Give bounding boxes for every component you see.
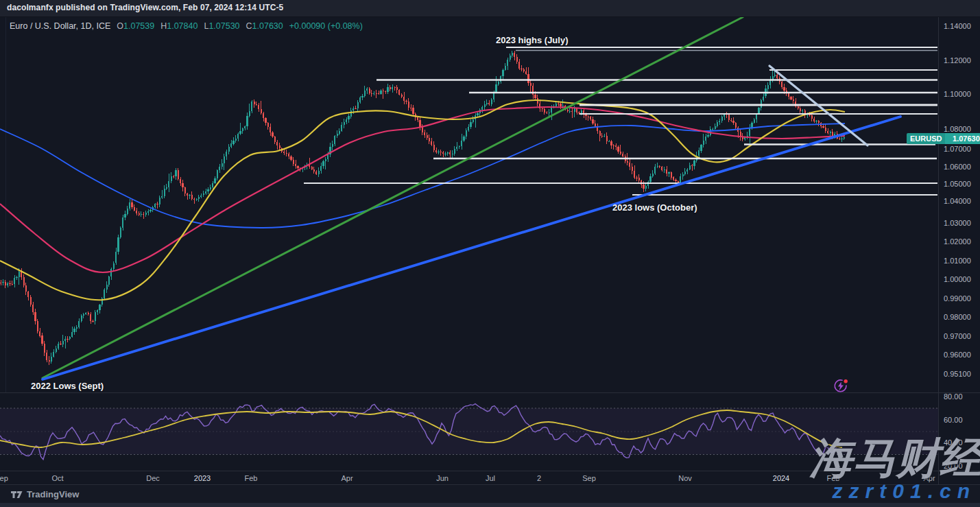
last-price-value: 1.07630 <box>945 133 980 144</box>
price-scale-label: 1.03000 <box>944 219 971 227</box>
price-scale-label: 1.02000 <box>944 237 971 246</box>
price-scale-label: 1.10000 <box>944 90 971 98</box>
time-axis-label: 2 <box>537 474 541 482</box>
price-scale-label: 0.97000 <box>944 332 971 340</box>
close-value: 1.07630 <box>252 21 283 31</box>
rsi-scale-label: 80.00 <box>944 392 963 401</box>
price-scale-label: 1.08000 <box>944 125 971 133</box>
annotation-2022-lows: 2022 Lows (Sept) <box>31 381 104 391</box>
time-axis-label: Jul <box>486 474 495 482</box>
watermark-cn: 海马财经 <box>810 429 980 487</box>
time-axis-label: Feb <box>245 474 258 482</box>
price-scale-label: 0.98000 <box>944 313 971 321</box>
time-axis-label: Jun <box>436 474 449 482</box>
open-label: O <box>117 21 123 31</box>
time-axis-label: Sep <box>0 474 8 482</box>
tradingview-brand-link[interactable]: TradingView <box>11 489 79 499</box>
annotation-2023-lows: 2023 lows (October) <box>612 202 697 213</box>
tradingview-brand-label: TradingView <box>27 489 79 499</box>
price-scale-label: 1.12000 <box>944 56 971 64</box>
close-label: C <box>246 21 252 31</box>
footer-strip <box>0 503 980 507</box>
watermark-site: zzrt01.cn <box>833 480 976 503</box>
price-scale-label: 1.06000 <box>944 163 971 171</box>
tradingview-published-chart: dacolmanfx published on TradingView.com,… <box>0 0 980 507</box>
low-value: 1.07530 <box>208 21 239 31</box>
price-scale-label: 1.07000 <box>944 145 971 153</box>
price-scale-label: 1.14000 <box>944 22 971 30</box>
price-scale-label: 1.05000 <box>944 180 971 188</box>
tradingview-logo-icon <box>11 490 23 499</box>
price-scale-label: 0.99000 <box>944 294 971 303</box>
time-axis-label: Sep <box>582 474 596 482</box>
price-scale-label: 0.96000 <box>944 351 971 359</box>
time-axis-year-label: 2024 <box>773 474 789 482</box>
publish-text: dacolmanfx published on TradingView.com,… <box>7 3 283 12</box>
price-scale-label: 0.95100 <box>944 370 971 378</box>
publish-bar: dacolmanfx published on TradingView.com,… <box>0 0 980 17</box>
symbol-legend: Euro / U.S. Dollar, 1D, ICEO1.07539H1.07… <box>10 21 363 31</box>
rsi-scale-label: 60.00 <box>944 416 963 424</box>
price-scale-label: 1.04000 <box>944 197 971 205</box>
price-scale-label: 1.00000 <box>944 275 971 283</box>
price-scale[interactable]: 1.140001.120001.100001.080001.070001.060… <box>938 17 980 485</box>
annotation-2023-highs: 2023 highs (July) <box>496 35 568 45</box>
last-price-tag: EURUSD 1.07630 <box>907 133 980 144</box>
symbol-title[interactable]: Euro / U.S. Dollar, 1D, ICE <box>10 21 110 31</box>
flash-idea-button[interactable] <box>833 378 849 394</box>
time-axis-label: Nov <box>678 474 692 482</box>
time-axis-label: Apr <box>341 474 352 482</box>
open-value: 1.07539 <box>123 21 154 31</box>
time-axis-label: Dec <box>146 474 160 482</box>
price-scale-label: 1.01000 <box>944 257 971 265</box>
high-value: 1.07840 <box>167 21 198 31</box>
high-label: H <box>160 21 167 31</box>
change-value: +0.00090 (+0.08%) <box>289 21 363 31</box>
time-axis-label: Oct <box>51 474 63 482</box>
lightning-icon <box>833 378 849 394</box>
time-axis-year-label: 2023 <box>194 474 211 482</box>
last-price-symbol: EURUSD <box>907 133 945 144</box>
